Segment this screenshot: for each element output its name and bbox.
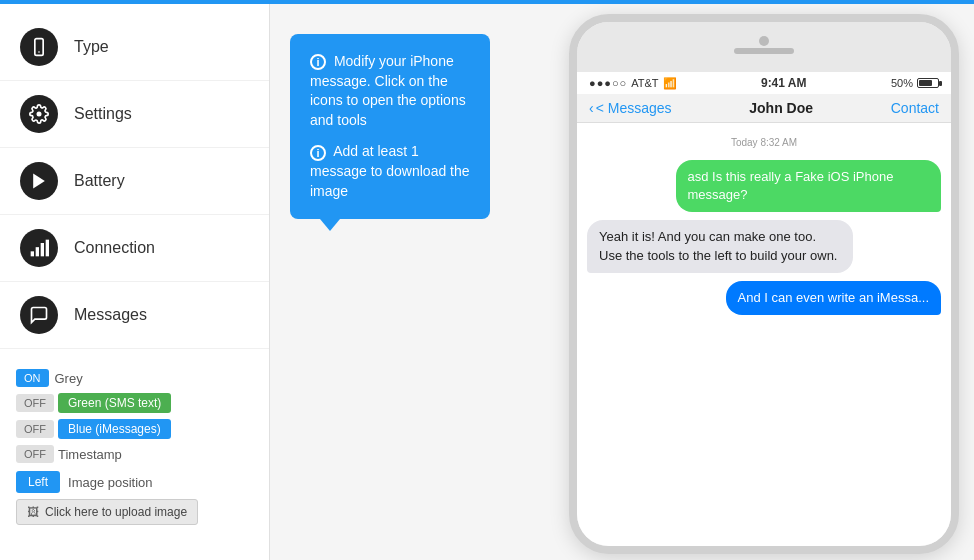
toggle-on-grey[interactable]: ON bbox=[16, 369, 49, 387]
sidebar-messages-label: Messages bbox=[74, 306, 147, 324]
upload-icon: 🖼 bbox=[27, 505, 39, 519]
status-bar: ●●●○○ AT&T 📶 9:41 AM 50% bbox=[577, 72, 951, 94]
phone-icon bbox=[20, 28, 58, 66]
toggle-off-blue[interactable]: OFF bbox=[16, 420, 54, 438]
play-icon bbox=[20, 162, 58, 200]
sidebar-settings-label: Settings bbox=[74, 105, 132, 123]
grey-label: Grey bbox=[55, 371, 83, 386]
timestamp-1: Today 8:32 AM bbox=[587, 137, 941, 148]
phone-frame: ●●●○○ AT&T 📶 9:41 AM 50% ‹ bbox=[569, 14, 959, 554]
bubble-icon bbox=[20, 296, 58, 334]
svg-point-1 bbox=[38, 51, 40, 53]
phone-area: ●●●○○ AT&T 📶 9:41 AM 50% ‹ bbox=[554, 4, 974, 560]
message-list: Today 8:32 AM asd Is this really a Fake … bbox=[577, 123, 951, 546]
bubble-sent-1: asd Is this really a Fake iOS iPhone mes… bbox=[676, 160, 942, 212]
svg-rect-4 bbox=[31, 251, 34, 256]
sidebar-item-connection[interactable]: Connection bbox=[0, 215, 269, 282]
sidebar-type-label: Type bbox=[74, 38, 109, 56]
message-row-3: And I can even write an iMessa... bbox=[587, 281, 941, 315]
battery-fill bbox=[919, 80, 932, 86]
imessage-header: ‹ < Messages John Doe Contact bbox=[577, 94, 951, 123]
gear-icon bbox=[20, 95, 58, 133]
svg-rect-7 bbox=[46, 240, 49, 257]
signal-dots: ●●●○○ bbox=[589, 77, 627, 89]
sidebar-battery-label: Battery bbox=[74, 172, 125, 190]
back-button[interactable]: ‹ < Messages bbox=[589, 100, 672, 116]
upload-label: Click here to upload image bbox=[45, 505, 187, 519]
svg-point-2 bbox=[37, 112, 42, 117]
sidebar-item-messages[interactable]: Messages bbox=[0, 282, 269, 349]
svg-rect-6 bbox=[41, 243, 44, 256]
battery-bar-icon bbox=[917, 78, 939, 88]
timestamp-label: Timestamp bbox=[58, 447, 122, 462]
svg-marker-3 bbox=[33, 174, 45, 189]
center-area: i Modify your iPhone message. Click on t… bbox=[270, 4, 974, 560]
image-position-row: Left Image position bbox=[16, 471, 253, 493]
chevron-left-icon: ‹ bbox=[589, 100, 594, 116]
svg-rect-0 bbox=[35, 39, 43, 56]
phone-camera bbox=[759, 36, 769, 46]
sidebar-item-battery[interactable]: Battery bbox=[0, 148, 269, 215]
image-position-label: Image position bbox=[68, 475, 153, 490]
phone-top bbox=[577, 22, 951, 72]
tooltip-text-2: Add at least 1 message to download the i… bbox=[310, 143, 470, 198]
toggle-off-timestamp[interactable]: OFF bbox=[16, 445, 54, 463]
phone-speaker bbox=[734, 48, 794, 54]
tooltip-section-2: i Add at least 1 message to download the… bbox=[310, 142, 470, 201]
bubble-sent-2: And I can even write an iMessa... bbox=[726, 281, 941, 315]
left-position-button[interactable]: Left bbox=[16, 471, 60, 493]
message-row-1: asd Is this really a Fake iOS iPhone mes… bbox=[587, 160, 941, 212]
toggle-row-timestamp: OFF Timestamp bbox=[16, 445, 253, 463]
contact-name: John Doe bbox=[749, 100, 813, 116]
contact-link[interactable]: Contact bbox=[891, 100, 939, 116]
tooltip-text-1: Modify your iPhone message. Click on the… bbox=[310, 53, 466, 128]
wifi-icon: 📶 bbox=[663, 77, 677, 90]
toggle-row-green: OFF Green (SMS text) bbox=[16, 393, 253, 413]
info-icon-1: i bbox=[310, 54, 326, 70]
main-layout: Type Settings Battery Connection Message… bbox=[0, 4, 974, 560]
sidebar-connection-label: Connection bbox=[74, 239, 155, 257]
svg-rect-5 bbox=[36, 247, 39, 256]
tooltip-section-1: i Modify your iPhone message. Click on t… bbox=[310, 52, 470, 130]
sidebar: Type Settings Battery Connection Message… bbox=[0, 4, 270, 560]
tooltip-balloon: i Modify your iPhone message. Click on t… bbox=[290, 34, 490, 219]
sidebar-controls: ON Grey OFF Green (SMS text) OFF Blue (i… bbox=[0, 357, 269, 537]
bubble-received-1: Yeah it is! And you can make one too. Us… bbox=[587, 220, 853, 272]
message-row-2: Yeah it is! And you can make one too. Us… bbox=[587, 220, 941, 272]
info-icon-2: i bbox=[310, 145, 326, 161]
status-left: ●●●○○ AT&T 📶 bbox=[589, 77, 677, 90]
green-label: Green (SMS text) bbox=[58, 393, 171, 413]
carrier-label: AT&T bbox=[631, 77, 658, 89]
toggle-off-green[interactable]: OFF bbox=[16, 394, 54, 412]
blue-label: Blue (iMessages) bbox=[58, 419, 171, 439]
status-right: 50% bbox=[891, 77, 939, 89]
toggle-row-grey: ON Grey bbox=[16, 369, 253, 387]
back-label: < Messages bbox=[596, 100, 672, 116]
status-time: 9:41 AM bbox=[761, 76, 807, 90]
sidebar-item-settings[interactable]: Settings bbox=[0, 81, 269, 148]
battery-percent: 50% bbox=[891, 77, 913, 89]
sidebar-item-type[interactable]: Type bbox=[0, 14, 269, 81]
toggle-row-blue: OFF Blue (iMessages) bbox=[16, 419, 253, 439]
bars-icon bbox=[20, 229, 58, 267]
upload-image-button[interactable]: 🖼 Click here to upload image bbox=[16, 499, 198, 525]
